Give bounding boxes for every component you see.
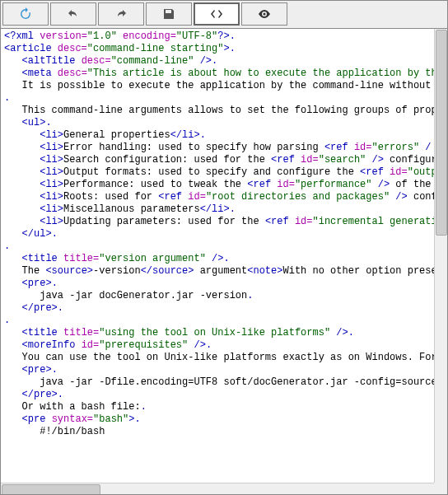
vertical-scroll-thumb[interactable] (436, 30, 447, 236)
code-line[interactable]: java -jar -Dfile.encoding=UTF8 soft/docG… (4, 376, 432, 389)
code-line[interactable]: The <source>-version</source> argument<n… (4, 265, 432, 278)
horizontal-scroll-thumb[interactable] (2, 484, 100, 495)
preview-icon (258, 7, 271, 21)
code-line[interactable]: <pre syntax="bash">. (4, 413, 432, 426)
code-line[interactable]: <?xml version="1.0" encoding="UTF-8"?>. (4, 30, 432, 43)
code-line[interactable]: . (4, 240, 432, 253)
code-line[interactable]: <title title="using the tool on Unix-lik… (4, 327, 432, 339)
horizontal-scrollbar[interactable] (1, 483, 436, 495)
code-line[interactable]: </pre>. (4, 389, 432, 401)
code-editor[interactable]: <?xml version="1.0" encoding="UTF-8"?>.<… (1, 29, 436, 483)
code-view-button[interactable] (194, 2, 240, 26)
code-line[interactable]: </ul>. (4, 228, 432, 240)
scroll-corner (434, 483, 447, 495)
code-line[interactable]: <title title="version argument" />. (4, 253, 432, 265)
refresh-icon (19, 7, 32, 21)
code-line[interactable]: <li>Error handling: used to specify how … (4, 142, 432, 154)
code-line[interactable]: <moreInfo id="prerequisites" />. (4, 339, 432, 352)
redo-button[interactable] (98, 2, 144, 26)
code-line[interactable]: <article desc="command-line starting">. (4, 43, 432, 55)
editor-area: <?xml version="1.0" encoding="UTF-8"?>.<… (1, 29, 447, 495)
code-line[interactable]: <li>Roots: used for <ref id="root direct… (4, 191, 432, 203)
undo-icon (67, 7, 80, 21)
code-line[interactable]: <li>Search configuration: used for the <… (4, 154, 432, 166)
code-line[interactable]: <ul>. (4, 117, 432, 129)
vertical-scrollbar[interactable] (434, 29, 447, 483)
code-line[interactable]: <pre>. (4, 278, 432, 290)
undo-button[interactable] (50, 2, 96, 26)
save-button[interactable] (146, 2, 192, 26)
svg-point-0 (264, 13, 266, 16)
code-line[interactable]: <li>Performance: used to tweak the <ref … (4, 179, 432, 191)
code-line[interactable]: <li>Miscellanous parameters</li>. (4, 203, 432, 216)
code-line[interactable]: <li>Updating parameters: used for the <r… (4, 216, 432, 228)
redo-icon (114, 7, 128, 21)
code-line[interactable]: It is possible to execute the applicatio… (4, 80, 432, 92)
code-line[interactable]: This command-line arguments allows to se… (4, 105, 432, 117)
code-line[interactable]: Or with a bash file:. (4, 401, 432, 413)
code-line[interactable]: java -jar docGenerator.jar -version. (4, 290, 432, 302)
code-line[interactable]: <meta desc="This article is about how to… (4, 68, 432, 80)
code-line[interactable]: <li>Output formats: used to specify and … (4, 166, 432, 179)
code-line[interactable]: <li>General properties</li>. (4, 129, 432, 142)
preview-button[interactable] (241, 2, 287, 26)
save-icon (162, 7, 175, 21)
code-icon (210, 7, 223, 21)
code-line[interactable]: . (4, 92, 432, 105)
code-line[interactable]: You can use the tool on Unix-like platfo… (4, 352, 432, 364)
code-line[interactable]: </pre>. (4, 302, 432, 315)
code-line[interactable]: #!/bin/bash (4, 426, 432, 438)
toolbar (1, 1, 447, 29)
refresh-button[interactable] (2, 2, 49, 26)
code-line[interactable]: . (4, 315, 432, 327)
code-line[interactable]: <pre>. (4, 364, 432, 376)
code-line[interactable]: <altTitle desc="command-line" />. (4, 55, 432, 68)
